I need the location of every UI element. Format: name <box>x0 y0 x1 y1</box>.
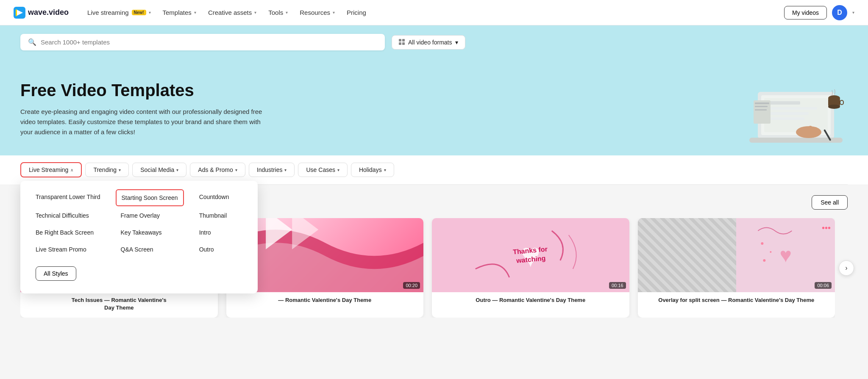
chevron-down-icon: ▾ <box>284 168 287 172</box>
svg-rect-12 <box>804 127 807 134</box>
my-videos-button[interactable]: My videos <box>784 6 827 19</box>
navbar: wave.video Live streaming New! ▾ Templat… <box>0 0 868 25</box>
avatar-chevron-icon[interactable]: ▾ <box>852 10 854 15</box>
all-styles-container: All Styles <box>31 262 106 285</box>
tab-industries[interactable]: Industries ▾ <box>249 163 295 177</box>
chevron-down-icon: ▾ <box>333 10 335 15</box>
chevron-down-icon: ▾ <box>194 10 196 15</box>
chevron-down-icon: ▾ <box>235 168 237 172</box>
nav-item-livestreaming[interactable]: Live streaming New! ▾ <box>82 6 156 19</box>
hero-image <box>741 66 851 153</box>
svg-point-17 <box>828 105 840 109</box>
nav-item-pricing[interactable]: Pricing <box>342 6 371 19</box>
chevron-up-icon: ∧ <box>70 168 73 172</box>
card-thumbnail-bg: ♥ Thanks forwatching 00:16 <box>432 218 629 292</box>
live-streaming-dropdown-wrapper: Live Streaming ∧ Transparent Lower Third… <box>20 162 82 177</box>
svg-point-26 <box>761 242 764 245</box>
svg-rect-9 <box>766 117 804 120</box>
svg-rect-2 <box>16 9 17 16</box>
dropdown-menu-live-streaming: Transparent Lower Third Starting Soon Sc… <box>20 181 258 293</box>
search-bar: 🔍 <box>20 34 385 50</box>
dropdown-item-outro[interactable]: Outro <box>194 242 248 257</box>
hero-content: Free Video Templates Create eye-pleasing… <box>20 81 275 137</box>
tab-trending[interactable]: Trending ▾ <box>85 163 129 177</box>
search-icon: 🔍 <box>28 38 36 46</box>
chevron-down-icon: ▾ <box>119 168 121 172</box>
nav-item-tools[interactable]: Tools ▾ <box>263 6 293 19</box>
card-info: Overlay for split screen — Romantic Vale… <box>638 292 835 310</box>
tab-social-media[interactable]: Social Media ▾ <box>132 163 186 177</box>
tab-ads-promo[interactable]: Ads & Promo ▾ <box>190 163 245 177</box>
card-title: Outro — Romantic Valentine's Day Theme <box>437 296 624 304</box>
filter-tabs: Live Streaming ∧ Transparent Lower Third… <box>20 162 848 177</box>
see-all-button[interactable]: See all <box>812 195 848 210</box>
all-styles-button[interactable]: All Styles <box>36 266 76 281</box>
svg-rect-6 <box>766 101 800 105</box>
logo[interactable]: wave.video <box>14 7 69 19</box>
dropdown-item-countdown[interactable]: Countdown <box>194 189 248 206</box>
card-split-screen-overlay[interactable]: ♥ ••• 00:06 <box>638 218 835 318</box>
svg-rect-21 <box>755 106 768 107</box>
dropdown-item-frame-overlay[interactable]: Frame Overlay <box>116 208 184 223</box>
hero-banner: Free Video Templates Create eye-pleasing… <box>0 62 868 155</box>
tab-holidays[interactable]: Holidays ▾ <box>351 163 394 177</box>
card-title: — Romantic Valentine's Day Theme <box>231 296 419 304</box>
hero-description: Create eye-pleasing and engaging video c… <box>20 107 275 137</box>
duration-badge: 00:16 <box>609 282 626 289</box>
dropdown-item-key-takeaways[interactable]: Key Takeaways <box>116 225 184 240</box>
card-thumbnail: ♥ ••• 00:06 <box>638 218 835 292</box>
nav-item-resources[interactable]: Resources ▾ <box>295 6 340 19</box>
dropdown-item-technical-difficulties[interactable]: Technical Difficulties <box>31 208 106 223</box>
dropdown-item-starting-soon-screen[interactable]: Starting Soon Screen <box>116 189 184 206</box>
card-info: Tech Issues — Romantic Valentine'sDay Th… <box>20 292 218 318</box>
logo-text: wave.video <box>28 8 69 17</box>
svg-rect-13 <box>809 126 812 134</box>
dropdown-item-qa-screen[interactable]: Q&A Screen <box>116 242 184 257</box>
search-row: 🔍 All video formats ▾ <box>0 25 868 62</box>
card-title: Overlay for split screen — Romantic Vale… <box>643 296 830 304</box>
format-label: All video formats <box>408 39 452 46</box>
hero-section: 🔍 All video formats ▾ Free Video Templat… <box>0 25 868 155</box>
dropdown-item-be-right-back-screen[interactable]: Be Right Back Screen <box>31 225 106 240</box>
chevron-right-icon: › <box>845 264 847 272</box>
card-thumbnail-bg: ♥ ••• 00:06 <box>638 218 835 292</box>
nav-links: Live streaming New! ▾ Templates ▾ Creati… <box>82 6 784 19</box>
search-input[interactable] <box>41 39 377 46</box>
new-badge: New! <box>132 10 146 15</box>
duration-badge: 00:06 <box>815 282 832 289</box>
tab-use-cases[interactable]: Use Cases ▾ <box>298 163 347 177</box>
format-selector[interactable]: All video formats ▾ <box>392 35 465 50</box>
nav-item-creative-assets[interactable]: Creative assets ▾ <box>203 6 262 19</box>
format-chevron-icon: ▾ <box>455 39 458 46</box>
next-arrow-button[interactable]: › <box>839 260 854 276</box>
chevron-down-icon: ▾ <box>254 10 256 15</box>
nav-item-templates[interactable]: Templates ▾ <box>158 6 201 19</box>
svg-point-28 <box>763 259 766 262</box>
chevron-down-icon: ▾ <box>384 168 386 172</box>
chevron-down-icon: ▾ <box>176 168 178 172</box>
dropdown-item-thumbnail[interactable]: Thumbnail <box>194 208 248 223</box>
svg-point-27 <box>770 251 772 253</box>
navbar-right: My videos D ▾ <box>784 5 854 20</box>
card-info: — Romantic Valentine's Day Theme <box>226 292 424 310</box>
card-thumbnail: ♥ Thanks forwatching 00:16 <box>432 218 629 292</box>
chevron-down-icon: ▾ <box>286 10 288 15</box>
tab-live-streaming[interactable]: Live Streaming ∧ <box>20 162 82 177</box>
chevron-down-icon: ▾ <box>149 10 151 15</box>
svg-rect-14 <box>814 127 817 134</box>
grid-icon <box>399 39 405 46</box>
avatar[interactable]: D <box>832 5 847 20</box>
svg-rect-7 <box>766 107 817 110</box>
dropdown-item-intro[interactable]: Intro <box>194 225 248 240</box>
filter-tabs-container: Live Streaming ∧ Transparent Lower Third… <box>0 155 868 185</box>
chevron-down-icon: ▾ <box>337 168 339 172</box>
card-title: Tech Issues — Romantic Valentine'sDay Th… <box>25 296 213 312</box>
svg-rect-18 <box>840 100 843 105</box>
svg-rect-8 <box>766 112 809 115</box>
card-thanks-watching[interactable]: ♥ Thanks forwatching 00:16 <box>432 218 629 318</box>
svg-rect-20 <box>755 102 769 104</box>
dropdown-item-transparent-lower-third[interactable]: Transparent Lower Third <box>31 189 106 206</box>
thanks-text: Thanks forwatching <box>512 245 548 266</box>
card-info: Outro — Romantic Valentine's Day Theme <box>432 292 629 310</box>
dropdown-item-live-stream-promo[interactable]: Live Stream Promo <box>31 242 106 257</box>
